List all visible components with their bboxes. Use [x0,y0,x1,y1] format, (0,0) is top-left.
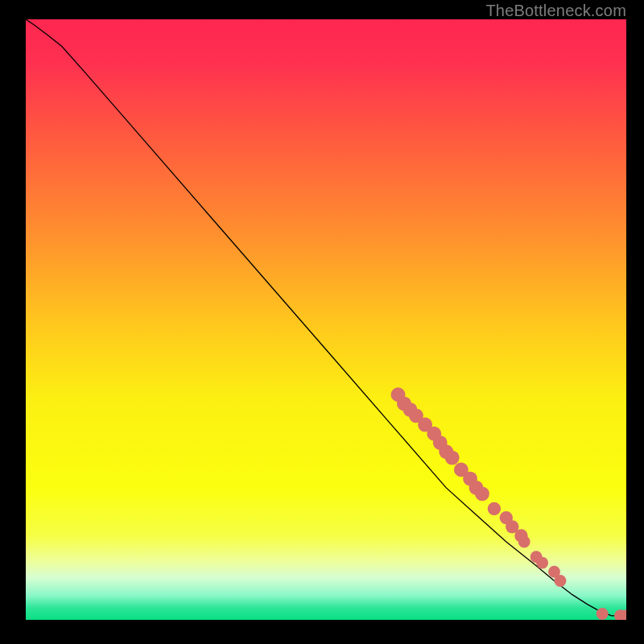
data-point-marker [554,575,566,587]
gradient-background [26,19,626,620]
data-point-marker [536,557,548,569]
plot-svg [26,19,626,620]
plot-area [26,19,626,620]
data-point-marker [597,608,609,620]
data-point-marker [475,486,489,501]
data-point-marker [445,451,460,465]
data-point-marker [488,502,501,515]
attribution-label: TheBottleneck.com [485,2,626,20]
data-point-marker [518,536,530,548]
chart-stage: TheBottleneck.com [0,0,644,644]
